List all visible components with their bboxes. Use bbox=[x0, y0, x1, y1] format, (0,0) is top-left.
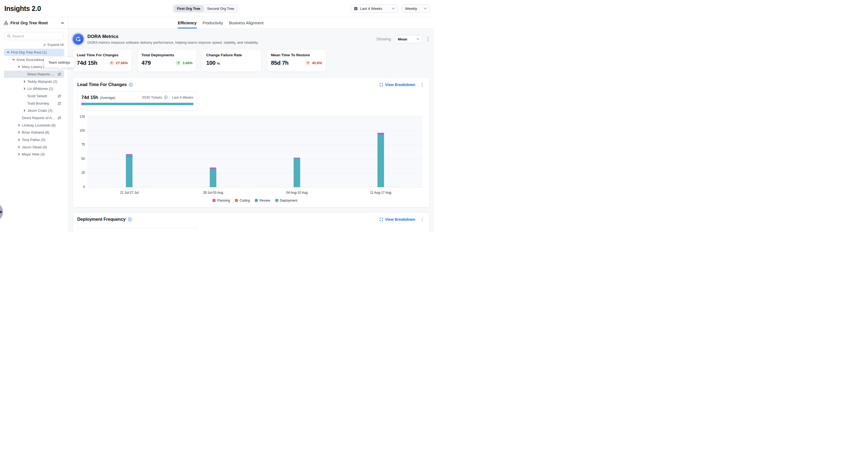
chevron-right-icon bbox=[18, 138, 21, 141]
granularity-dropdown[interactable]: Weekly bbox=[402, 4, 430, 12]
tree-item-label: Tony Pallas (5) bbox=[22, 138, 61, 142]
mean-dropdown[interactable]: Mean bbox=[395, 35, 422, 43]
tree-chevron[interactable] bbox=[18, 153, 22, 156]
tree-chevron[interactable] bbox=[18, 65, 22, 68]
tree-chevron[interactable] bbox=[6, 51, 11, 54]
dora-kebab-menu[interactable] bbox=[426, 36, 430, 42]
info-icon[interactable] bbox=[164, 95, 168, 99]
expand-all-button[interactable]: Expand All bbox=[43, 43, 64, 47]
metric-title: Lead Time For Changes bbox=[77, 53, 128, 57]
phase-distribution-bar bbox=[82, 103, 193, 105]
tab-productivity[interactable]: Productivity bbox=[203, 17, 223, 28]
search-input[interactable] bbox=[12, 34, 61, 38]
deployment-frequency-kebab-menu[interactable] bbox=[420, 216, 424, 223]
tree-item-direct-reports-of-a[interactable]: Direct Reports of A... bbox=[4, 114, 64, 122]
gridline-100 bbox=[87, 131, 423, 131]
tree-item-direct-reports[interactable]: Direct Reports ... bbox=[4, 70, 64, 78]
tree-item-lindsay-liszewski-8[interactable]: Lindsay Liszewski (8) bbox=[4, 122, 64, 129]
chevron-right-icon bbox=[18, 131, 21, 134]
tree-item-label: Brian Kirkland (6) bbox=[22, 130, 61, 134]
team-settings-button[interactable] bbox=[57, 94, 61, 98]
gridline-25 bbox=[87, 173, 423, 173]
expand-all-label: Expand All bbox=[48, 43, 64, 47]
legend-swatch bbox=[213, 199, 216, 202]
date-range-dropdown[interactable]: Last 4 Weeks bbox=[351, 4, 398, 12]
summary-value: 74d 15h bbox=[82, 95, 98, 100]
tree-item-maya-yette-3[interactable]: Maya Yette (3) bbox=[4, 151, 64, 158]
calendar-icon bbox=[354, 6, 358, 11]
tree-chevron[interactable] bbox=[23, 109, 27, 112]
stacked-bar-28-jul-03-aug[interactable] bbox=[210, 167, 216, 187]
bar-segment-deployment bbox=[293, 159, 300, 187]
x-axis-label-04-aug-10-aug: 04 Aug-10 Aug bbox=[286, 191, 308, 194]
tree-item-label: Direct Reports ... bbox=[27, 72, 56, 76]
sidebar-collapse-handle[interactable] bbox=[0, 205, 3, 219]
metric-card-total-deployments: Total Deployments4793.68% bbox=[137, 49, 197, 72]
team-settings-icon[interactable] bbox=[57, 72, 61, 76]
stacked-bar-04-aug-10-aug[interactable] bbox=[293, 158, 300, 187]
tree-chevron[interactable] bbox=[18, 138, 22, 141]
y-axis-label-50: 50 bbox=[73, 157, 85, 161]
team-settings-tooltip: Team settings bbox=[44, 57, 74, 67]
tree-item-jason-stead-4[interactable]: Jason Stead (4) bbox=[4, 144, 64, 151]
tree-item-brian-kirkland-6[interactable]: Brian Kirkland (6) bbox=[4, 129, 64, 136]
summary-period: Last 4 Weeks bbox=[172, 95, 193, 99]
tree-chevron[interactable] bbox=[18, 131, 22, 134]
tree-item-label: First Org Tree Root (1) bbox=[11, 50, 61, 54]
team-settings-icon[interactable] bbox=[57, 94, 61, 98]
view-breakdown-link[interactable]: View Breakdown bbox=[379, 83, 415, 87]
bar-segment-deployment bbox=[126, 157, 132, 187]
lead-time-kebab-menu[interactable] bbox=[420, 82, 424, 88]
team-settings-icon[interactable] bbox=[57, 116, 61, 120]
org-toggle-first-org-tree[interactable]: First Org Tree bbox=[174, 5, 204, 12]
bar-segment-deployment bbox=[210, 169, 216, 187]
team-settings-button[interactable] bbox=[57, 72, 61, 76]
team-settings-button[interactable] bbox=[57, 101, 61, 105]
legend-label: Coding bbox=[240, 198, 250, 203]
stacked-bar-21-jul-27-jul[interactable] bbox=[126, 154, 132, 187]
tree-item-label: Direct Reports of A... bbox=[22, 116, 56, 120]
bar-segment-review bbox=[126, 155, 132, 157]
phase-segment-review bbox=[83, 103, 85, 105]
org-toggle-second-org-tree[interactable]: Second Org Tree bbox=[204, 5, 237, 12]
dora-header: DORA Metrics DORA metrics measure softwa… bbox=[73, 33, 430, 45]
tree-item-label: Lindsay Liszewski (8) bbox=[22, 123, 61, 127]
tree-item-teddy-wylupski-2[interactable]: Teddy Wylupski (2) bbox=[4, 78, 64, 85]
main-area: EfficiencyProductivityBusiness Alignment… bbox=[68, 17, 434, 232]
tab-business-alignment[interactable]: Business Alignment bbox=[228, 17, 264, 28]
chevron-right-icon bbox=[18, 153, 21, 156]
expand-corners-icon bbox=[379, 83, 383, 87]
tree-item-first-org-tree-root-1[interactable]: First Org Tree Root (1) bbox=[4, 49, 64, 56]
info-icon[interactable] bbox=[129, 83, 133, 87]
team-settings-button[interactable] bbox=[57, 116, 61, 120]
showing-label: Showing bbox=[376, 37, 391, 41]
search-icon bbox=[7, 34, 11, 38]
tree-chevron[interactable] bbox=[18, 124, 22, 127]
tree-chevron[interactable] bbox=[23, 80, 27, 83]
tree-chevron[interactable] bbox=[23, 87, 27, 90]
view-breakdown-link[interactable]: View Breakdown bbox=[379, 217, 415, 222]
tree-item-tony-pallas-5[interactable]: Tony Pallas (5) bbox=[4, 136, 64, 144]
top-filters: Last 4 Weeks Weekly bbox=[351, 4, 430, 12]
info-icon[interactable] bbox=[128, 217, 132, 222]
gridline-50 bbox=[87, 159, 423, 159]
legend-label: Planning bbox=[217, 198, 230, 203]
delta-badge: 3.68% bbox=[176, 60, 192, 66]
team-settings-icon[interactable] bbox=[57, 101, 61, 105]
y-axis-label-0: 0 bbox=[73, 185, 85, 189]
tree-item-liz-whittome-1[interactable]: Liz Whittome (1) bbox=[4, 85, 64, 92]
metric-value: 100 bbox=[206, 60, 216, 66]
tree-chevron[interactable] bbox=[12, 58, 17, 61]
tree-item-jason-coats-3[interactable]: Jason Coats (3) bbox=[4, 107, 64, 115]
collapse-chevron-up-icon[interactable] bbox=[61, 22, 64, 24]
metric-title: Change Failure Rate bbox=[206, 53, 257, 57]
chevron-down-icon bbox=[392, 8, 395, 9]
tree-item-todd-bromley[interactable]: Todd Bromley bbox=[4, 100, 64, 107]
dora-cycle-icon bbox=[73, 34, 84, 44]
tree-item-scott-tarkett[interactable]: Scott Tarkett bbox=[4, 92, 64, 100]
tab-efficiency[interactable]: Efficiency bbox=[178, 17, 197, 28]
lead-time-panel: Lead Time For Changes View Breakdown bbox=[73, 77, 430, 207]
tree-chevron[interactable] bbox=[18, 146, 22, 149]
stacked-bar-11-aug-17-aug[interactable] bbox=[377, 133, 384, 187]
gridline-0 bbox=[87, 187, 423, 187]
